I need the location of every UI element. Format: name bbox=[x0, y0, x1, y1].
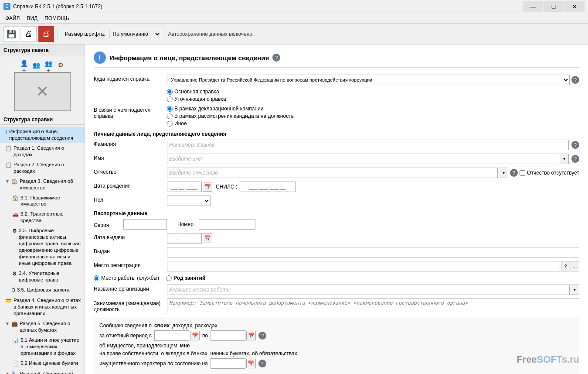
period-to-label: по bbox=[202, 333, 208, 339]
firstname-input[interactable] bbox=[167, 154, 559, 164]
settings-btn[interactable]: ⚙ bbox=[55, 60, 66, 70]
passport-issued-input[interactable] bbox=[167, 247, 579, 257]
birthdate-field: 📅 bbox=[167, 182, 212, 192]
tree-item-section3-2[interactable]: 🚗 3.2. Транспортные средства bbox=[0, 209, 85, 226]
property-details2-text: имущественного характера по состоянию на bbox=[99, 360, 208, 367]
radio-clarify-ref-label: Уточняющая справка bbox=[174, 96, 226, 102]
snils-label: СНИЛС : bbox=[216, 184, 237, 190]
middlename-input[interactable] bbox=[167, 168, 498, 178]
section-header: i Информация о лице, представляющем свед… bbox=[94, 51, 579, 68]
tree-item-section2[interactable]: 📋 Раздел 2. Сведения о расходах bbox=[0, 160, 85, 176]
radio-reason-1-input[interactable] bbox=[167, 106, 173, 112]
occupation-radio-input[interactable] bbox=[166, 275, 172, 281]
menu-view[interactable]: ВИД bbox=[23, 14, 41, 22]
radio-reason-2-label: В рамках рассмотрения кандидата на должн… bbox=[174, 113, 294, 119]
passport-series-input[interactable] bbox=[123, 219, 167, 230]
tree-item-info[interactable]: ℹ Информация о лице, представляющем свед… bbox=[0, 127, 85, 143]
radio-reason-3-label: Иное bbox=[174, 120, 187, 127]
print-button[interactable]: 🖨 bbox=[21, 26, 37, 42]
registration-input[interactable] bbox=[167, 261, 560, 271]
work-radio-label[interactable]: Место работы (службы) bbox=[94, 275, 159, 281]
gender-select[interactable]: Мужской Женский bbox=[167, 196, 211, 206]
passport-date-cal-btn[interactable]: 📅 bbox=[203, 233, 212, 243]
lastname-field-wrapper: ? bbox=[167, 140, 579, 150]
close-button[interactable]: ✕ bbox=[564, 1, 585, 12]
save-button[interactable]: 💾 bbox=[3, 26, 19, 42]
tree-item-section4[interactable]: 💳 Раздел 4. Сведения о счетах в банках и… bbox=[0, 295, 85, 319]
no-middlename-label[interactable]: Отчество отсутствует bbox=[520, 170, 579, 176]
registration-help-icon[interactable]: ? bbox=[561, 261, 570, 271]
registration-more-btn[interactable]: ... bbox=[571, 261, 579, 271]
firstname-dropdown[interactable]: ▼ bbox=[560, 154, 569, 164]
period-to-cal[interactable]: 📅 bbox=[246, 331, 256, 340]
tree-item-section6-label: Раздел 6. Сведения об обязательствах иму… bbox=[20, 371, 81, 374]
firstname-row: Имя ▼ ? bbox=[94, 154, 579, 164]
position-input[interactable] bbox=[167, 299, 579, 314]
tree-item-section3-1[interactable]: 🏠 3.1. Недвижимое имущество bbox=[0, 193, 85, 209]
destination-help-icon[interactable]: ? bbox=[571, 76, 579, 84]
maximize-button[interactable]: □ bbox=[544, 1, 564, 12]
radio-clarify-ref[interactable]: Уточняющая справка bbox=[167, 96, 226, 102]
period-to-input[interactable]: 31.12.2021 bbox=[211, 330, 245, 341]
radio-clarify-ref-input[interactable] bbox=[167, 96, 173, 102]
lastname-input[interactable] bbox=[167, 140, 569, 150]
section6-expand: ▼ bbox=[5, 371, 10, 374]
lastname-help-icon[interactable]: ? bbox=[571, 141, 579, 149]
status-date-cal[interactable]: 📅 bbox=[246, 359, 256, 368]
snils-input[interactable] bbox=[239, 182, 296, 192]
no-middlename-checkbox[interactable] bbox=[520, 170, 525, 176]
org-name-input[interactable] bbox=[167, 285, 570, 295]
middlename-help-icon[interactable]: ? bbox=[510, 169, 518, 177]
radio-reason-1[interactable]: В рамках декларационной кампании bbox=[167, 106, 294, 112]
birthdate-cal-btn[interactable]: 📅 bbox=[203, 182, 212, 192]
tree-item-section3-5[interactable]: ₿ 3.5. Цифровая валюта bbox=[0, 285, 85, 296]
passport-date-input[interactable] bbox=[167, 233, 202, 244]
tree-item-section6[interactable]: ▼ 🔧 Раздел 6. Сведения об обязательствах… bbox=[0, 369, 85, 374]
radio-reason-3[interactable]: Иное bbox=[167, 120, 294, 127]
tree-item-section5[interactable]: ▼ 💼 Раздел 5. Сведения о ценных бумагах bbox=[0, 319, 85, 335]
tree-item-section5-1[interactable]: 📊 5.1 Акции и иное участие в коммерчески… bbox=[0, 335, 85, 358]
tree-item-section3-5-label: 3.5. Цифровая валюта bbox=[17, 287, 81, 293]
tree-item-section3-4[interactable]: ⚙ 3.4. Утилитарные цифровые права bbox=[0, 268, 85, 285]
radio-reason-3-input[interactable] bbox=[167, 121, 173, 127]
registration-label: Место регистрации bbox=[94, 261, 163, 268]
radio-reason-2[interactable]: В рамках рассмотрения кандидата на должн… bbox=[167, 113, 294, 119]
work-radio-input[interactable] bbox=[94, 275, 99, 281]
middlename-dropdown[interactable]: ▼ bbox=[500, 168, 508, 178]
add-person-btn[interactable]: 👤+ bbox=[19, 60, 29, 70]
position-label: Занимаемая (замещаемая) должность bbox=[94, 299, 163, 312]
radio-main-ref[interactable]: Основная справка bbox=[167, 89, 226, 95]
tree-item-section1[interactable]: 📋 Раздел 1. Сведения о доходах bbox=[0, 143, 85, 160]
property-text: об имуществе, принадлежащем bbox=[99, 343, 177, 349]
minimize-button[interactable]: — bbox=[523, 1, 543, 12]
period-help-icon[interactable]: ? bbox=[258, 332, 266, 340]
tree-item-section3-3[interactable]: ⚙ 3.3. Цифровые финансовые активы, цифро… bbox=[0, 226, 85, 268]
passport-number-input[interactable] bbox=[199, 219, 255, 230]
destination-select[interactable]: Управление Президента Российской Федерац… bbox=[167, 75, 570, 85]
org-name-dropdown[interactable]: ▼ bbox=[571, 285, 579, 295]
add-group-btn[interactable]: 👥+ bbox=[43, 60, 54, 70]
section-help-icon[interactable]: ? bbox=[272, 54, 280, 62]
radio-main-ref-input[interactable] bbox=[167, 89, 173, 95]
status-date-help-icon[interactable]: ? bbox=[258, 360, 266, 367]
menu-file[interactable]: ФАЙЛ bbox=[2, 14, 23, 22]
period-from-cal[interactable]: 📅 bbox=[190, 331, 200, 340]
status-date-input[interactable]: 31.12.2021 bbox=[211, 358, 245, 369]
font-size-select[interactable]: По умолчанию bbox=[109, 29, 161, 39]
period-from-input[interactable]: 01.01.2021 bbox=[154, 330, 189, 341]
reason-group: В рамках декларационной кампании В рамка… bbox=[167, 106, 294, 127]
firstname-help-icon[interactable]: ? bbox=[571, 155, 579, 163]
reference-type-label bbox=[94, 89, 163, 90]
persons-btn[interactable]: 👥 bbox=[31, 60, 41, 70]
radio-reason-2-input[interactable] bbox=[167, 113, 173, 119]
tree-item-section5-2[interactable]: 📄 5.2 Иные ценные бумаги bbox=[0, 358, 85, 369]
menu-help[interactable]: ПОМОЩЬ bbox=[41, 14, 72, 22]
occupation-radio-label[interactable]: Род занятий bbox=[166, 275, 205, 281]
firstname-label: Имя bbox=[94, 154, 163, 161]
print-red-button[interactable]: 🖨 bbox=[38, 26, 54, 42]
birthdate-input[interactable] bbox=[167, 182, 202, 192]
section3-3-icon: ⚙ bbox=[12, 228, 17, 235]
tree-item-section4-label: Раздел 4. Сведения о счетах в банках и и… bbox=[14, 297, 81, 317]
tree-item-section3-2-label: 3.2. Транспортные средства bbox=[20, 211, 81, 224]
tree-item-section3[interactable]: ▼ 🏠 Раздел 3. Сведения об имуществе bbox=[0, 176, 85, 193]
